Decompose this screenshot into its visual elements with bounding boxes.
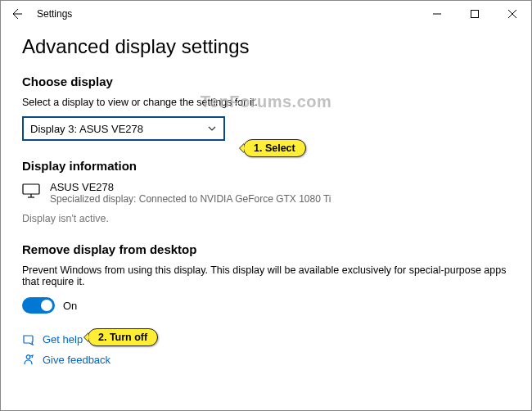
page-heading: Advanced display settings bbox=[22, 35, 510, 58]
feedback-icon bbox=[22, 354, 34, 366]
callout-1-select: 1. Select bbox=[243, 139, 306, 157]
back-button[interactable] bbox=[1, 1, 34, 27]
svg-rect-2 bbox=[23, 184, 39, 194]
display-select[interactable]: Display 3: ASUS VE278 bbox=[22, 116, 225, 141]
minimize-button[interactable] bbox=[418, 1, 456, 27]
window-title: Settings bbox=[34, 8, 72, 20]
chevron-down-icon bbox=[207, 124, 217, 133]
close-button[interactable] bbox=[494, 1, 531, 27]
display-device-row: ASUS VE278 Specialized display: Connecte… bbox=[22, 181, 510, 205]
help-icon bbox=[22, 333, 34, 346]
svg-point-5 bbox=[26, 355, 30, 359]
display-info-heading: Display information bbox=[22, 159, 510, 173]
give-feedback-link[interactable]: Give feedback bbox=[22, 354, 510, 366]
close-icon bbox=[508, 10, 516, 18]
choose-display-heading: Choose display bbox=[22, 75, 510, 88]
maximize-icon bbox=[471, 10, 479, 18]
monitor-icon bbox=[22, 183, 40, 202]
toggle-knob bbox=[41, 300, 52, 311]
maximize-button[interactable] bbox=[456, 1, 494, 27]
remove-display-heading: Remove display from desktop bbox=[22, 242, 510, 256]
choose-display-hint: Select a display to view or change the s… bbox=[22, 97, 510, 108]
toggle-label: On bbox=[63, 300, 77, 312]
callout-2-turnoff: 2. Turn off bbox=[88, 328, 158, 346]
device-name: ASUS VE278 bbox=[50, 181, 331, 193]
titlebar: Settings bbox=[1, 1, 531, 27]
get-help-label: Get help bbox=[43, 333, 83, 346]
display-inactive-text: Display isn't active. bbox=[22, 213, 510, 224]
svg-rect-1 bbox=[471, 11, 479, 18]
display-select-value: Display 3: ASUS VE278 bbox=[30, 123, 143, 135]
remove-display-toggle[interactable] bbox=[22, 297, 55, 314]
give-feedback-label: Give feedback bbox=[43, 354, 110, 366]
content-area: Advanced display settings Choose display… bbox=[1, 27, 531, 366]
remove-display-desc: Prevent Windows from using this display.… bbox=[22, 264, 510, 287]
arrow-left-icon bbox=[11, 7, 24, 20]
remove-display-toggle-row: On bbox=[22, 297, 510, 314]
device-detail: Specialized display: Connected to NVIDIA… bbox=[50, 193, 331, 205]
minimize-icon bbox=[433, 10, 441, 18]
